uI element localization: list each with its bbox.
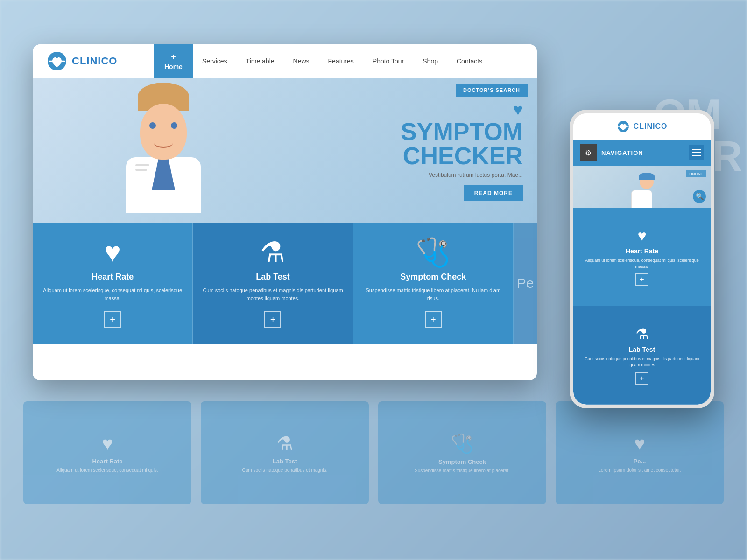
heart-rate-desc: Aliquam ut lorem scelerisque, consequat … xyxy=(42,287,183,302)
home-button[interactable]: + Home xyxy=(154,44,193,78)
symptom-check-plus-button[interactable]: + xyxy=(425,311,442,328)
symptom-check-desc: Suspendisse mattis tristique libero at p… xyxy=(363,287,504,302)
lab-test-plus-button[interactable]: + xyxy=(264,311,281,328)
bg-card-2: ⚗ Lab Test Cum sociis natoque penatibus … xyxy=(201,401,369,504)
nav-link-photo-tour[interactable]: Photo Tour xyxy=(363,44,413,78)
desktop-logo-icon xyxy=(47,51,67,71)
heart-rate-plus-button[interactable]: + xyxy=(104,311,121,328)
mobile-inner: CLINICO ⚙ NAVIGATION xyxy=(573,113,711,405)
symptom-subtitle: Vestibulum rutrum luctus porta. Mae... xyxy=(401,172,523,178)
desktop-service-cards: ♥ Heart Rate Aliquam ut lorem scelerisqu… xyxy=(33,223,537,344)
service-card-symptom-check: 🩺 Symptom Check Suspendisse mattis trist… xyxy=(353,223,514,344)
search-icon: 🔍 xyxy=(696,193,704,200)
bg-card-4: ♥ Pe... Lorem ipsum dolor sit amet conse… xyxy=(556,401,724,504)
desktop-logo-text: CLINICO xyxy=(72,55,117,67)
symptom-title-line1: SYMPTOM xyxy=(401,119,523,144)
bg-card-3: 🩺 Symptom Check Suspendisse mattis trist… xyxy=(378,401,546,504)
symptom-heart-icon: ♥ xyxy=(401,100,523,119)
service-card-partial: Pe xyxy=(514,223,537,344)
nav-link-shop[interactable]: Shop xyxy=(413,44,447,78)
flask-icon: ⚗ xyxy=(260,238,285,266)
hero-doctor-figure xyxy=(89,78,238,223)
mobile-nav-bar: ⚙ NAVIGATION xyxy=(573,140,711,166)
mobile-lab-test-desc: Cum sociis natoque penatibus et magnis d… xyxy=(581,356,703,368)
nav-link-features[interactable]: Features xyxy=(319,44,363,78)
home-label: Home xyxy=(164,63,183,70)
stethoscope-icon: 🩺 xyxy=(416,238,451,266)
hamburger-line-2 xyxy=(692,152,701,153)
mobile-cards: ♥ Heart Rate Aliquam ut lorem scelerisqu… xyxy=(573,208,711,405)
heart-rate-title: Heart Rate xyxy=(92,272,134,282)
bg-card-1: ♥ Heart Rate Aliquam ut lorem scelerisqu… xyxy=(23,401,191,504)
mobile-heart-rate-title: Heart Rate xyxy=(626,247,658,255)
home-plus-icon: + xyxy=(171,52,176,62)
desktop-nav-links: Services Timetable News Features Photo T… xyxy=(193,44,537,78)
mobile-lab-test-plus-button[interactable]: + xyxy=(635,372,648,385)
mobile-hero-image: ONLINE 🔍 xyxy=(573,166,711,208)
mobile-mockup: CLINICO ⚙ NAVIGATION xyxy=(570,110,714,408)
mobile-search-button[interactable]: 🔍 xyxy=(693,190,706,203)
mobile-heart-rate-plus-button[interactable]: + xyxy=(635,273,648,286)
desktop-hero: ♥ SYMPTOM CHECKER Vestibulum rutrum luct… xyxy=(33,78,537,223)
symptom-check-title: Symptom Check xyxy=(400,272,466,282)
mobile-header: CLINICO xyxy=(573,113,711,140)
symptom-checker-section: ♥ SYMPTOM CHECKER Vestibulum rutrum luct… xyxy=(401,100,523,201)
mobile-flask-icon: ⚗ xyxy=(635,325,649,343)
heart-icon: ♥ xyxy=(104,238,121,266)
doctors-search-button[interactable]: DOCTOR'S SEARCH xyxy=(456,84,528,97)
mobile-logo-text: CLINICO xyxy=(634,122,668,131)
symptom-title-line2: CHECKER xyxy=(401,144,523,168)
desktop-mockup: CLINICO + Home Services Timetable News F… xyxy=(33,44,537,380)
hamburger-button[interactable] xyxy=(689,145,704,160)
mobile-card-heart-rate: ♥ Heart Rate Aliquam ut lorem scelerisqu… xyxy=(573,208,711,306)
mobile-online-badge: ONLINE xyxy=(686,170,706,177)
hamburger-line-1 xyxy=(692,149,701,150)
mobile-heart-icon: ♥ xyxy=(638,227,647,245)
desktop-logo-area: CLINICO xyxy=(33,44,154,78)
mobile-hero: ONLINE 🔍 xyxy=(573,166,711,208)
gear-icon: ⚙ xyxy=(585,148,592,157)
mobile-lab-test-title: Lab Test xyxy=(629,346,655,353)
background-cards: ♥ Heart Rate Aliquam ut lorem scelerisqu… xyxy=(23,401,724,504)
navigation-label: NAVIGATION xyxy=(601,149,689,156)
read-more-button[interactable]: READ MORE xyxy=(464,185,523,201)
nav-link-timetable[interactable]: Timetable xyxy=(237,44,284,78)
service-card-lab-test: ⚗ Lab Test Cum sociis natoque penatibus … xyxy=(193,223,353,344)
mobile-card-lab-test: ⚗ Lab Test Cum sociis natoque penatibus … xyxy=(573,306,711,405)
lab-test-title: Lab Test xyxy=(256,272,290,282)
mobile-logo-icon xyxy=(617,120,630,133)
mobile-heart-rate-desc: Aliquam ut lorem scelerisque, consequat … xyxy=(581,258,703,269)
desktop-nav: CLINICO + Home Services Timetable News F… xyxy=(33,44,537,78)
gear-button[interactable]: ⚙ xyxy=(580,144,597,161)
nav-link-news[interactable]: News xyxy=(284,44,319,78)
nav-link-services[interactable]: Services xyxy=(193,44,237,78)
nav-link-contacts[interactable]: Contacts xyxy=(447,44,492,78)
hamburger-line-3 xyxy=(692,155,701,156)
lab-test-desc: Cum sociis natoque penatibus et magnis d… xyxy=(202,287,343,302)
service-card-heart-rate: ♥ Heart Rate Aliquam ut lorem scelerisqu… xyxy=(33,223,193,344)
